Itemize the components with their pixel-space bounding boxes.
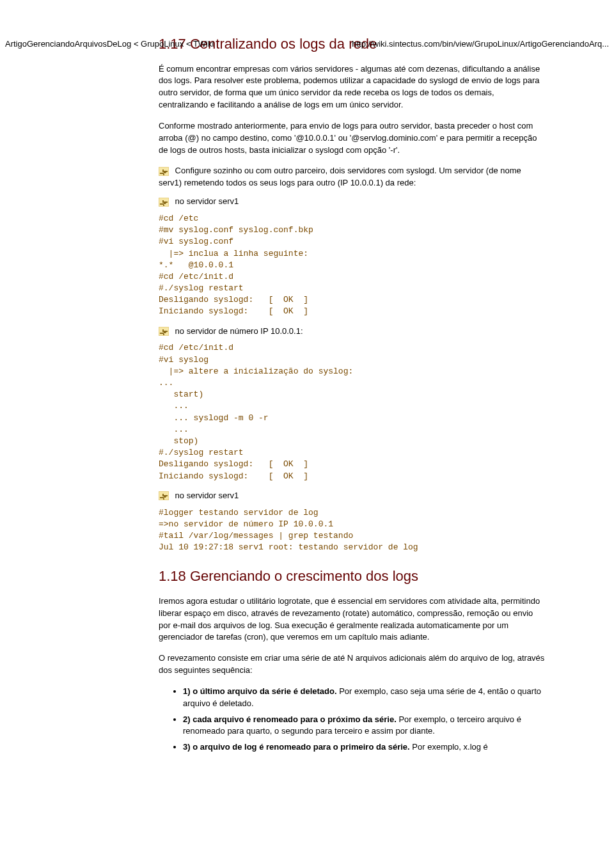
tip-configure-text: Configure sozinho ou com outro parceiro,…: [159, 166, 521, 187]
para-118-2: O revezamento consiste em criar uma séri…: [159, 652, 546, 677]
tip-ip10001: no servidor de número IP 10.0.0.1:: [159, 326, 546, 338]
para-118-1: Iremos agora estudar o utilitário logrot…: [159, 596, 546, 643]
tip-serv1-a: no servidor serv1: [159, 196, 546, 208]
para-117-1: É comum encontrar empresas com vários se…: [159, 63, 546, 111]
list-item: 3) o arquivo de log é renomeado para o p…: [183, 741, 546, 754]
para-117-2: Conforme mostrado anteriormente, para en…: [159, 120, 546, 157]
list-item-bold: 1) o último arquivo da série é deletado.: [183, 686, 337, 696]
tip-configure: Configure sozinho ou com outro parceiro,…: [159, 165, 546, 189]
header-left: ArtigoGerenciandoArquivosDeLog < GrupoLi…: [5, 39, 214, 49]
hand-point-right-icon: [159, 327, 169, 336]
code-block-3: #logger testando servidor de log =>no se…: [159, 507, 546, 554]
heading-1-18: 1.18 Gerenciando o crescimento dos logs: [159, 567, 546, 585]
code-block-1: #cd /etc #mv syslog.conf syslog.conf.bkp…: [159, 213, 546, 318]
tip-serv1-b: no servidor serv1: [159, 490, 546, 502]
list-item-bold: 3) o arquivo de log é renomeado para o p…: [183, 742, 410, 752]
list-item-rest: Por exemplo, x.log é: [410, 742, 488, 752]
tip-serv1-b-text: no servidor serv1: [173, 491, 239, 500]
hand-point-right-icon: [159, 167, 169, 176]
hand-point-right-icon: [159, 491, 169, 500]
content: 1.17 Centralizando os logs da rede É com…: [159, 35, 546, 754]
hand-point-right-icon: [159, 198, 169, 207]
list-item: 1) o último arquivo da série é deletado.…: [183, 686, 546, 710]
code-block-2: #cd /etc/init.d #vi syslog |=> altere a …: [159, 342, 546, 482]
tip-ip10001-text: no servidor de número IP 10.0.0.1:: [173, 326, 303, 336]
bullet-list-118: 1) o último arquivo da série é deletado.…: [159, 686, 546, 754]
header-right: http://wiki.sintectus.com/bin/view/Grupo…: [352, 39, 609, 49]
page: ArtigoGerenciandoArquivosDeLog < GrupoLi…: [0, 35, 614, 868]
list-item: 2) cada arquivo é renomeado para o próxi…: [183, 714, 546, 738]
tip-serv1-a-text: no servidor serv1: [173, 196, 239, 206]
list-item-bold: 2) cada arquivo é renomeado para o próxi…: [183, 714, 397, 724]
